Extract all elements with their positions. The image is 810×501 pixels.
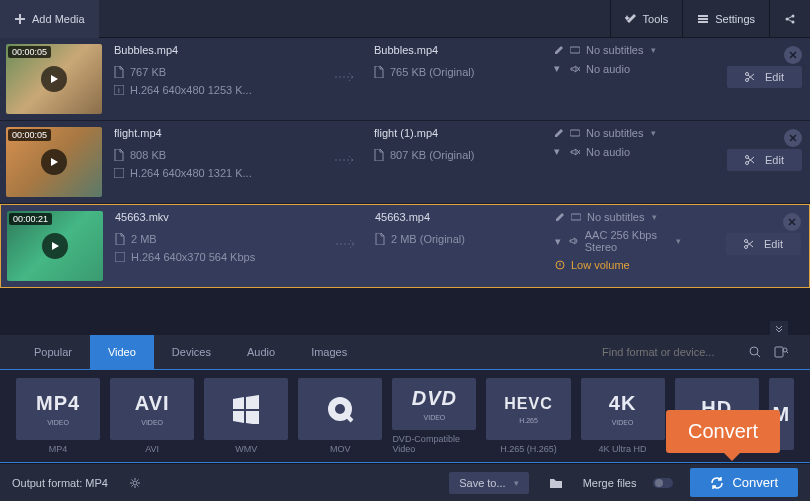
bottom-panel: Popular Video Devices Audio Images MP4VI… xyxy=(0,335,810,501)
tab-audio[interactable]: Audio xyxy=(229,335,293,369)
low-volume-warning: Low volume xyxy=(555,259,681,271)
format-hevc[interactable]: HEVCH.265 xyxy=(486,378,570,440)
source-size: 767 KB xyxy=(130,66,166,78)
file-icon xyxy=(374,149,384,161)
svg-rect-13 xyxy=(571,214,581,220)
format-4k[interactable]: 4KVIDEO xyxy=(581,378,665,440)
subtitles-value[interactable]: No subtitles xyxy=(586,44,643,56)
audio-value[interactable]: No audio xyxy=(586,63,630,75)
source-filename: flight.mp4 xyxy=(112,127,322,141)
collapse-toggle[interactable] xyxy=(770,321,788,335)
scissors-icon xyxy=(744,239,754,249)
info-icon xyxy=(114,168,124,178)
file-icon xyxy=(115,233,125,245)
add-media-button[interactable]: Add Media xyxy=(0,0,99,38)
format-mov[interactable] xyxy=(298,378,382,440)
svg-text:i: i xyxy=(118,86,120,95)
pencil-icon[interactable] xyxy=(555,212,565,222)
svg-point-17 xyxy=(750,347,758,355)
folder-icon[interactable] xyxy=(543,470,569,496)
format-search-input[interactable] xyxy=(602,346,742,358)
mute-icon xyxy=(570,147,580,157)
convert-tooltip: Convert xyxy=(666,410,780,453)
format-mp4[interactable]: MP4VIDEO xyxy=(16,378,100,440)
play-icon[interactable] xyxy=(41,66,67,92)
audio-value[interactable]: No audio xyxy=(586,146,630,158)
remove-button[interactable] xyxy=(784,46,802,64)
tab-images[interactable]: Images xyxy=(293,335,365,369)
edit-label: Edit xyxy=(765,154,784,166)
menu-icon xyxy=(697,13,709,25)
dest-size: 2 MB (Original) xyxy=(391,233,465,245)
arrow-icon xyxy=(332,44,362,82)
file-row[interactable]: 00:00:05 Bubbles.mp4 767 KB iH.264 640x4… xyxy=(0,38,810,121)
chevron-down-icon[interactable]: ▾ xyxy=(651,45,656,55)
chevron-down-icon[interactable]: ▾ xyxy=(676,236,681,246)
quicktime-icon xyxy=(325,394,355,424)
gear-icon[interactable] xyxy=(122,470,148,496)
share-icon xyxy=(784,13,796,25)
subtitle-icon xyxy=(570,128,580,138)
thumbnail[interactable]: 00:00:21 xyxy=(7,211,103,281)
search-icon[interactable] xyxy=(742,339,768,365)
subtitles-value[interactable]: No subtitles xyxy=(587,211,644,223)
thumbnail[interactable]: 00:00:05 xyxy=(6,44,102,114)
convert-button[interactable]: Convert xyxy=(690,468,798,497)
chevron-down-icon[interactable]: ▾ xyxy=(652,212,657,222)
format-wmv[interactable] xyxy=(204,378,288,440)
format-dvd[interactable]: DVDVIDEO xyxy=(392,378,476,430)
tools-button[interactable]: Tools xyxy=(611,0,683,38)
dest-filename: Bubbles.mp4 xyxy=(372,44,532,58)
format-label: H.265 (H.265) xyxy=(500,444,557,454)
save-to-button[interactable]: Save to...▾ xyxy=(449,472,528,494)
settings-button[interactable]: Settings xyxy=(683,0,769,38)
edit-label: Edit xyxy=(765,71,784,83)
tab-popular[interactable]: Popular xyxy=(16,335,90,369)
remove-button[interactable] xyxy=(783,213,801,231)
format-avi[interactable]: AVIVIDEO xyxy=(110,378,194,440)
format-tabs: Popular Video Devices Audio Images xyxy=(0,335,810,369)
pencil-icon[interactable] xyxy=(554,128,564,138)
remove-button[interactable] xyxy=(784,129,802,147)
subtitle-icon xyxy=(571,212,581,222)
file-row[interactable]: 00:00:21 45663.mkv 2 MB H.264 640x370 56… xyxy=(0,204,810,288)
play-icon[interactable] xyxy=(42,233,68,259)
edit-button[interactable]: Edit xyxy=(727,66,802,88)
file-row[interactable]: 00:00:05 flight.mp4 808 KB H.264 640x480… xyxy=(0,121,810,204)
source-size: 808 KB xyxy=(130,149,166,161)
detect-device-icon[interactable] xyxy=(768,339,794,365)
svg-point-21 xyxy=(335,404,345,414)
svg-point-24 xyxy=(655,479,663,487)
play-icon[interactable] xyxy=(41,149,67,175)
source-filename: 45663.mkv xyxy=(113,211,323,225)
svg-rect-9 xyxy=(570,130,580,136)
merge-toggle[interactable] xyxy=(650,470,676,496)
chevron-down-icon[interactable]: ▾ xyxy=(651,128,656,138)
add-media-label: Add Media xyxy=(32,13,85,25)
duration-badge: 00:00:05 xyxy=(8,129,51,141)
dest-filename: flight (1).mp4 xyxy=(372,127,532,141)
edit-button[interactable]: Edit xyxy=(727,149,802,171)
share-button[interactable] xyxy=(770,0,810,38)
duration-badge: 00:00:21 xyxy=(9,213,52,225)
subtitles-value[interactable]: No subtitles xyxy=(586,127,643,139)
pencil-icon[interactable] xyxy=(554,45,564,55)
arrow-icon xyxy=(332,127,362,165)
footer-bar: Output format: MP4 Save to...▾ Merge fil… xyxy=(0,463,810,501)
speaker-icon xyxy=(569,236,579,246)
arrow-icon xyxy=(333,211,363,249)
svg-rect-12 xyxy=(115,252,125,262)
tools-label: Tools xyxy=(643,13,669,25)
edit-button[interactable]: Edit xyxy=(726,233,801,255)
thumbnail[interactable]: 00:00:05 xyxy=(6,127,102,197)
output-format-label: Output format: MP4 xyxy=(12,477,108,489)
file-icon xyxy=(114,149,124,161)
wand-icon xyxy=(625,13,637,25)
audio-value[interactable]: AAC 256 Kbps Stereo xyxy=(585,229,668,253)
format-label: AVI xyxy=(145,444,159,454)
tab-devices[interactable]: Devices xyxy=(154,335,229,369)
merge-files-label: Merge files xyxy=(583,477,637,489)
tab-video[interactable]: Video xyxy=(90,335,154,369)
source-filename: Bubbles.mp4 xyxy=(112,44,322,58)
warning-icon xyxy=(555,260,565,270)
